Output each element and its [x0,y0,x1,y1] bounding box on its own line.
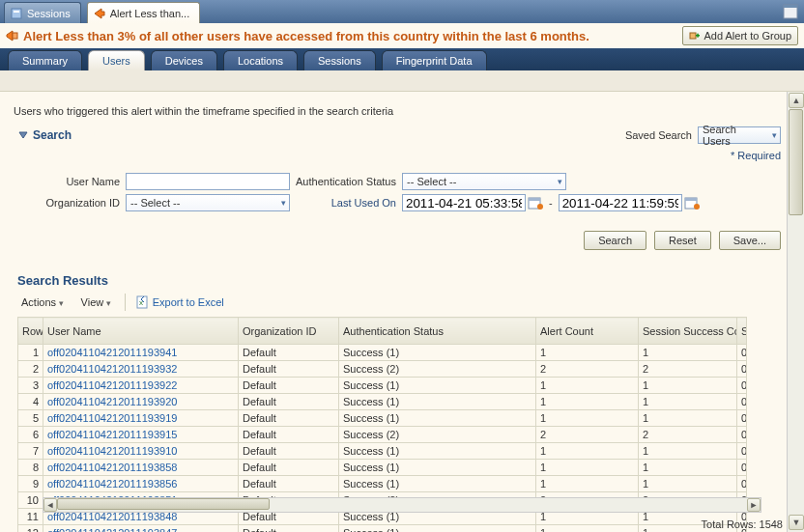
svg-marker-10 [19,132,27,138]
user-link[interactable]: off02041104212011193920 [47,396,177,407]
hscroll-thumb[interactable] [57,498,270,510]
cell-org: Default [239,525,339,533]
tab-users[interactable]: Users [88,50,145,70]
org-id-label: Organization ID [17,197,126,209]
view-menu[interactable]: View [77,294,115,310]
cell-auth: Success (2) [339,361,536,378]
user-link[interactable]: off02041104212011193910 [47,445,177,457]
cell-s: 0 [737,394,747,410]
add-alert-to-group-button[interactable]: Add Alert to Group [682,26,799,45]
user-link[interactable]: off02041104212011193856 [47,478,177,490]
vertical-scrollbar[interactable]: ▲ ▼ [787,92,804,532]
scroll-up-arrow[interactable]: ▲ [789,93,804,108]
cell-alert: 1 [536,476,639,492]
scroll-region: Users who triggered this alert within th… [0,92,787,532]
excel-icon: x [135,295,149,309]
auth-status-label: Authentication Status [290,176,402,187]
tab-fingerprint[interactable]: Fingerprint Data [382,50,487,70]
megaphone-icon [6,29,19,42]
saved-search-select[interactable]: Search Users [698,126,781,144]
tab-sessions[interactable]: Sessions [303,50,376,70]
tab-alert[interactable]: Alert Less than... [87,2,201,23]
horizontal-scrollbar[interactable]: ◄ ► [43,497,761,513]
search-section: Search Saved Search Search Users Require… [17,126,781,250]
tab-summary[interactable]: Summary [8,50,82,70]
last-used-label: Last Used On [290,197,402,209]
scroll-right-arrow[interactable]: ► [747,498,761,512]
col-alert[interactable]: Alert Count [536,318,639,345]
search-title: Search [33,128,72,142]
col-ssc[interactable]: Session Success Count [639,318,737,345]
cell-auth: Success (1) [339,378,536,394]
search-form: User Name Authentication Status -- Selec… [17,171,781,213]
toolbar-separator [125,294,126,311]
hscroll-track[interactable] [57,498,747,512]
calendar-to-icon[interactable] [684,195,700,210]
cell-row: 2 [18,361,43,378]
info-line: Users who triggered this alert within th… [14,105,781,117]
save-button[interactable]: Save... [719,231,781,250]
user-link[interactable]: off02041104212011193858 [47,462,177,473]
vscroll-thumb[interactable] [789,109,803,215]
user-link[interactable]: off02041104212011193919 [47,412,177,424]
cell-auth: Success (1) [339,410,536,427]
cell-row: 10 [18,492,43,509]
vscroll-track[interactable] [789,109,803,515]
cell-s: 0 [737,410,747,427]
table-row: 1off02041104212011193941DefaultSuccess (… [18,345,747,361]
export-to-excel[interactable]: x Export to Excel [135,295,224,309]
user-name-input[interactable] [126,173,290,190]
table-row: 2off02041104212011193932DefaultSuccess (… [18,361,747,378]
scroll-left-arrow[interactable]: ◄ [43,498,57,512]
user-link[interactable]: off02041104212011193932 [47,363,177,375]
date-from-input[interactable] [402,194,526,211]
date-from-box [402,194,543,211]
cell-ssc: 2 [639,427,737,443]
user-link[interactable]: off02041104212011193847 [47,527,177,532]
tab-sessions[interactable]: Sessions [4,2,81,23]
cell-alert: 1 [536,443,639,460]
cell-user: off02041104212011193932 [43,361,239,378]
actions-menu[interactable]: Actions [17,294,68,310]
col-user[interactable]: User Name [43,318,239,345]
cell-org: Default [239,443,339,460]
search-header: Search Saved Search Search Users [17,126,781,144]
tab-alert-label: Alert Less than... [110,8,190,19]
svg-rect-9 [697,34,699,38]
table-row: 7off02041104212011193910DefaultSuccess (… [18,443,747,460]
col-auth[interactable]: Authentication Status [339,318,536,345]
table-row: 12off02041104212011193847DefaultSuccess … [18,525,747,533]
svg-rect-4 [784,5,797,8]
svg-marker-5 [7,31,13,41]
col-s[interactable]: S [737,318,747,345]
cell-user: off02041104212011193847 [43,525,239,533]
cell-row: 4 [18,394,43,410]
cell-alert: 2 [536,427,639,443]
collapse-icon[interactable] [17,129,29,141]
popout-icon[interactable] [783,4,798,19]
user-link[interactable]: off02041104212011193915 [47,429,177,440]
tab-locations[interactable]: Locations [223,50,298,70]
cell-org: Default [239,361,339,378]
tab-devices[interactable]: Devices [151,50,217,70]
plus-icon [689,30,701,42]
col-row[interactable]: Row [18,318,43,345]
calendar-from-icon[interactable] [528,195,543,210]
cell-ssc: 1 [639,410,737,427]
user-link[interactable]: off02041104212011193922 [47,379,177,391]
scroll-down-arrow[interactable]: ▼ [789,515,804,530]
cell-ssc: 1 [639,460,737,476]
cell-alert: 1 [536,410,639,427]
user-link[interactable]: off02041104212011193941 [47,347,177,358]
cell-s: 0 [737,460,747,476]
cell-row: 9 [18,476,43,492]
cell-alert: 2 [536,361,639,378]
search-button[interactable]: Search [584,231,646,250]
date-to-input[interactable] [559,194,682,211]
auth-status-select[interactable]: -- Select -- [402,173,566,190]
cell-org: Default [239,345,339,361]
col-org[interactable]: Organization ID [239,318,339,345]
date-to-box [559,194,700,211]
reset-button[interactable]: Reset [654,231,711,250]
org-id-select[interactable]: -- Select -- [126,194,290,211]
